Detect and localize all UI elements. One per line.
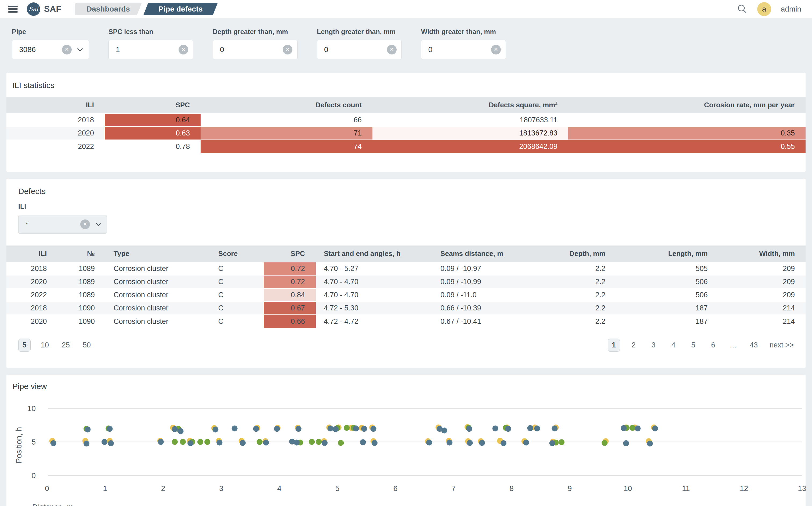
clear-icon[interactable]: ✕ [62,45,72,55]
page-size-25[interactable]: 25 [59,339,73,351]
filter-length-label: Length greater than, mm [317,28,402,36]
cell-type: Corrosion cluster [105,302,210,315]
x-tick-label: 0 [45,484,49,493]
clear-icon[interactable]: ✕ [387,45,396,55]
col-spc[interactable]: SPC [105,97,201,113]
chevron-down-icon[interactable] [76,46,84,54]
page-size-10[interactable]: 10 [38,339,52,351]
cell-number: 1090 [58,302,105,315]
cell-score: C [210,315,264,328]
page-size-50[interactable]: 50 [80,339,93,351]
scatter-point-2022 [527,425,533,431]
col-angles[interactable]: Start and end angles, h [316,246,432,262]
col-corrosion-rate[interactable]: Corosion rate, mm per year [568,97,806,113]
cell-width: 209 [719,275,806,288]
avatar[interactable]: a [757,2,771,16]
scatter-point-2022 [294,440,300,446]
cell-corrosion-rate [568,113,806,126]
col-ili[interactable]: ILI [6,97,105,113]
spc-input[interactable]: 1 ✕ [108,40,193,59]
hamburger-menu-icon[interactable] [8,6,18,13]
page-1[interactable]: 1 [608,339,620,352]
cell-depth: 2.2 [516,275,616,288]
table-header-row: ILI SPC Defects count Defects square, mm… [6,97,806,113]
depth-input[interactable]: 0 ✕ [213,40,298,59]
clear-icon[interactable]: ✕ [80,220,90,229]
x-tick-label: 10 [623,484,632,493]
page-5[interactable]: 5 [687,339,699,351]
col-defects-count[interactable]: Defects count [201,97,372,113]
cell-spc: 0.78 [105,140,201,153]
col-ili[interactable]: ILI [6,246,58,262]
page-2[interactable]: 2 [628,339,640,351]
col-width[interactable]: Width, mm [719,246,806,262]
cell-score: C [210,302,264,315]
saf-logo[interactable]: Saf [27,2,40,16]
cell-spc: 0.72 [264,275,315,288]
scatter-point-2022 [188,440,193,446]
col-depth[interactable]: Depth, mm [516,246,616,262]
page-43[interactable]: 43 [747,339,760,351]
scatter-point-2022 [552,425,558,431]
scatter-point-2022 [322,440,327,446]
cell-score: C [210,262,264,275]
ili-select-value: * [25,220,80,229]
col-spc[interactable]: SPC [264,246,315,262]
cell-seams: 0.67 / -10.41 [432,315,516,328]
scatter-point-2022 [466,426,472,432]
cell-width: 214 [719,315,806,328]
page-3[interactable]: 3 [647,339,660,351]
x-tick-label: 8 [510,484,514,493]
tab-dashboards[interactable]: Dashboards [75,3,142,15]
x-tick-label: 9 [568,484,572,493]
search-icon[interactable] [737,4,748,14]
col-score[interactable]: Score [210,246,264,262]
cell-depth: 2.2 [516,262,616,275]
cell-spc: 0.84 [264,288,315,302]
filter-pipe: Pipe 3086 ✕ [12,28,89,59]
x-tick-label: 3 [219,484,223,493]
chevron-down-icon[interactable] [94,220,102,228]
scatter-point-2022 [372,440,377,446]
ili-select[interactable]: * ✕ [18,215,107,234]
scatter-point-2022 [441,428,447,434]
cell-defects-square: 1813672.83 [372,126,568,140]
pipe-view-chart[interactable]: 0510012345678910111213Distance, mPositio… [6,375,806,506]
next-page-button[interactable]: next >> [769,341,794,349]
pipe-select[interactable]: 3086 ✕ [12,40,89,59]
clear-icon[interactable]: ✕ [283,45,292,55]
cell-ili: 2020 [6,275,58,288]
filter-depth-label: Depth greater than, mm [213,28,298,36]
cell-seams: 0.09 / -11.0 [432,288,516,302]
cell-spc: 0.72 [264,262,315,275]
col-type[interactable]: Type [105,246,210,262]
tab-pipe-defects[interactable]: Pipe defects [143,3,218,15]
username: admin [781,5,801,13]
defects-table: ILI № Type Score SPC Start and end angle… [6,246,806,328]
cell-ili: 2018 [6,262,58,275]
scatter-point-2022 [158,439,164,445]
cell-ili: 2018 [6,113,105,126]
col-length[interactable]: Length, mm [616,246,719,262]
scatter-point-2022 [232,425,238,431]
scatter-point-2022 [178,428,184,434]
cell-seams: 0.09 / -10.97 [432,262,516,275]
page-size-5[interactable]: 5 [18,339,30,352]
width-input[interactable]: 0 ✕ [421,40,506,59]
scatter-point-2020 [197,439,203,445]
table-row: 20201089 Corrosion clusterC 0.72 4.70 - … [6,275,806,288]
clear-icon[interactable]: ✕ [178,45,188,55]
col-number[interactable]: № [58,246,105,262]
col-seams[interactable]: Seams distance, m [432,246,516,262]
page-6[interactable]: 6 [707,339,719,351]
filter-width-label: Width greater than, mm [421,28,506,36]
scatter-point-2022 [501,440,506,446]
scatter-point-2022 [479,440,485,446]
col-defects-square[interactable]: Defects square, mm² [372,97,568,113]
scatter-point-2022 [333,426,339,432]
page-4[interactable]: 4 [667,339,680,351]
length-input[interactable]: 0 ✕ [317,40,402,59]
cell-corrosion-rate: 0.55 [568,140,806,153]
cell-angles: 4.70 - 4.70 [316,275,432,288]
clear-icon[interactable]: ✕ [491,45,501,55]
